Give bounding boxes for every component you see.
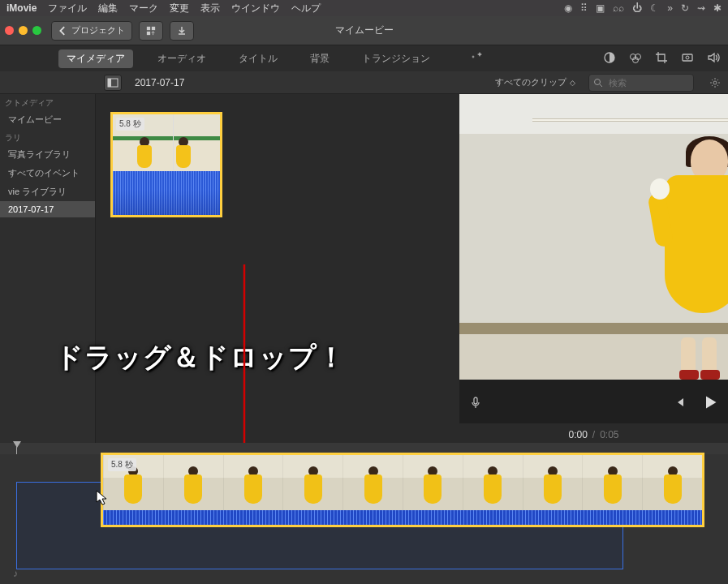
window-toolbar: プロジェクト マイムービー <box>0 16 728 45</box>
sidebar-item-mymovie[interactable]: マイムービー <box>0 110 95 129</box>
figure-icon <box>176 137 191 170</box>
prev-frame-button[interactable] <box>673 396 686 412</box>
menu-help[interactable]: ヘルプ <box>291 2 321 15</box>
record-icon[interactable]: ◉ <box>564 2 572 14</box>
chevron-updown-icon: ◇ <box>570 79 575 87</box>
download-arrow-icon <box>177 26 187 36</box>
svg-rect-13 <box>474 397 477 404</box>
menu-window[interactable]: ウインドウ <box>231 2 280 15</box>
color-balance-icon[interactable] <box>603 51 616 67</box>
chevrons-icon[interactable]: » <box>667 2 673 14</box>
timeline-clip[interactable]: 5.8 秒 <box>101 453 704 527</box>
menu-edit[interactable]: 編集 <box>98 2 118 15</box>
browser-settings-button[interactable] <box>707 75 723 91</box>
timeline-panel[interactable]: 5.8 秒 ♪ <box>0 443 728 584</box>
svg-rect-0 <box>147 26 150 29</box>
time-current: 0:00 <box>568 429 587 440</box>
menu-mark[interactable]: マーク <box>129 2 158 15</box>
macos-menubar: iMovie ファイル 編集 マーク 変更 表示 ウインドウ ヘルプ ◉ ⠿ ▣… <box>0 0 728 16</box>
media-library-button[interactable] <box>139 21 163 41</box>
event-date-label[interactable]: 2017-07-17 <box>135 77 184 88</box>
annotation-arrow <box>236 264 252 472</box>
wifi-icon[interactable]: ⇝ <box>697 2 705 14</box>
play-button[interactable] <box>702 394 718 414</box>
search-input[interactable] <box>588 74 694 92</box>
tab-titles[interactable]: タイトル <box>230 49 286 68</box>
clip-skimmer[interactable] <box>173 114 174 171</box>
sidebar-item-date[interactable]: 2017-07-17 <box>0 201 95 217</box>
media-browser-header: 2017-07-17 すべてのクリップ ◇ <box>0 71 728 94</box>
menu-file[interactable]: ファイル <box>48 2 87 15</box>
timeline-waveform <box>103 510 702 525</box>
tab-backgrounds[interactable]: 背景 <box>302 49 338 68</box>
color-correct-icon[interactable] <box>629 51 642 67</box>
sidebar-item-photolib[interactable]: 写真ライブラリ <box>0 145 95 164</box>
library-grid-icon <box>146 26 156 36</box>
menu-modify[interactable]: 変更 <box>170 2 189 15</box>
svg-rect-2 <box>147 31 150 34</box>
app-icon[interactable]: ▣ <box>596 2 605 14</box>
voiceover-button[interactable] <box>469 396 482 412</box>
crop-icon[interactable] <box>655 51 668 67</box>
clip-filter-label: すべてのクリップ <box>495 76 566 88</box>
svg-rect-1 <box>152 26 155 29</box>
sidebar-toggle-button[interactable] <box>104 75 122 91</box>
window-traffic-lights[interactable] <box>5 26 41 35</box>
search-field[interactable] <box>588 74 694 92</box>
close-window-button[interactable] <box>5 26 14 35</box>
menu-view[interactable]: 表示 <box>200 2 220 15</box>
import-button[interactable] <box>170 21 194 41</box>
glasses-icon[interactable]: ⌕⌕ <box>613 2 624 14</box>
svg-point-11 <box>595 79 601 84</box>
media-tabs: マイメディア オーディオ タイトル 背景 トランジション <box>0 45 728 71</box>
back-to-projects-button[interactable]: プロジェクト <box>51 21 132 41</box>
sidebar-section: ラリ <box>0 129 95 145</box>
preview-viewport[interactable] <box>459 94 728 380</box>
sidebar-item-allevents[interactable]: すべてのイベント <box>0 164 95 182</box>
clip-waveform <box>113 171 220 217</box>
clip-thumbnail[interactable]: 5.8 秒 <box>110 112 222 217</box>
minimize-window-button[interactable] <box>19 26 28 35</box>
menubar-app-name[interactable]: iMovie <box>6 2 37 14</box>
auto-enhance-button[interactable] <box>471 51 484 67</box>
time-sep: / <box>592 429 595 440</box>
clip-filter-dropdown[interactable]: すべてのクリップ ◇ <box>495 76 575 88</box>
preview-figure <box>658 133 728 376</box>
figure-icon <box>137 137 152 170</box>
svg-point-12 <box>713 81 717 84</box>
dropbox-icon[interactable]: ⠿ <box>580 2 588 14</box>
moon-icon[interactable]: ☾ <box>650 2 659 14</box>
clock-icon[interactable]: ↻ <box>681 2 689 14</box>
svg-rect-7 <box>683 54 692 61</box>
time-total: 0:05 <box>600 429 618 440</box>
chevron-left-icon <box>58 26 68 36</box>
tab-mymedia[interactable]: マイメディア <box>58 49 133 68</box>
clip-duration-badge: 5.8 秒 <box>116 118 144 131</box>
menubar-status-icons: ◉ ⠿ ▣ ⌕⌕ ⏻ ☾ » ↻ ⇝ ✱ <box>564 2 722 14</box>
annotation-text: ドラッグ＆ドロップ！ <box>55 339 346 376</box>
svg-point-8 <box>686 56 689 59</box>
timeline-clip-duration: 5.8 秒 <box>108 458 136 471</box>
search-icon <box>593 78 603 88</box>
sidebar-item-ivielib[interactable]: vie ライブラリ <box>0 182 95 201</box>
tab-transitions[interactable]: トランジション <box>354 49 438 68</box>
timeline-playhead[interactable] <box>16 443 17 454</box>
timeline-filmstrip <box>103 455 702 512</box>
sidebar-section: クトメディア <box>0 94 95 110</box>
volume-icon[interactable] <box>707 51 720 67</box>
audio-track-icon: ♪ <box>13 568 18 579</box>
stabilize-icon[interactable] <box>681 51 694 67</box>
tab-audio[interactable]: オーディオ <box>149 49 214 68</box>
svg-rect-10 <box>108 79 111 87</box>
mouse-cursor-icon <box>96 490 109 509</box>
power-icon[interactable]: ⏻ <box>632 2 642 14</box>
window-title: マイムービー <box>335 24 394 37</box>
bluetooth-icon[interactable]: ✱ <box>713 2 722 14</box>
back-label: プロジェクト <box>71 24 125 36</box>
zoom-window-button[interactable] <box>32 26 41 35</box>
